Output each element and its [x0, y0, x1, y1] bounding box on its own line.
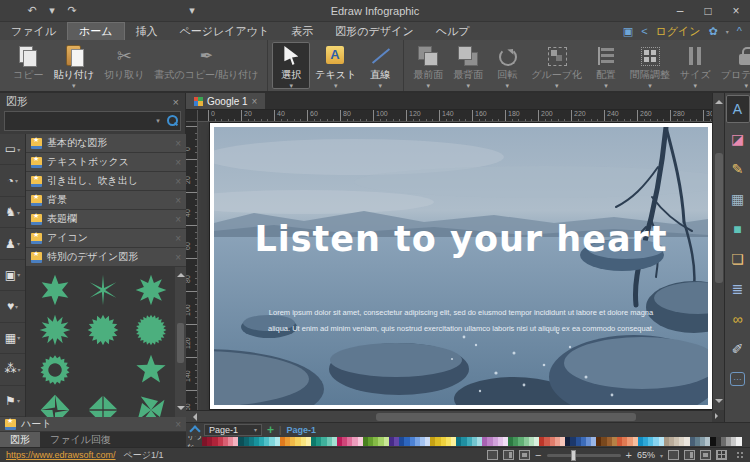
- category-close-icon[interactable]: ×: [175, 157, 181, 168]
- settings-gear-icon[interactable]: ✿: [709, 25, 718, 38]
- shape-category-row[interactable]: 基本的な図形 ×: [26, 134, 186, 153]
- undo-icon[interactable]: ↶: [25, 4, 39, 18]
- scroll-down-icon[interactable]: [177, 406, 185, 414]
- ribbon-button[interactable]: 貼り付け ▾: [48, 42, 98, 89]
- ribbon-button[interactable]: 最背面 ▾: [448, 42, 488, 89]
- color-swatch[interactable]: [736, 437, 741, 446]
- shape-thumbnail-star-6[interactable]: [32, 271, 78, 309]
- canvas-background[interactable]: Listen to your heart Lorem ipsum dolor s…: [198, 122, 712, 410]
- shape-thumbnail-crescent[interactable]: [80, 351, 126, 389]
- shape-thumbnail-pinwheel-diamond[interactable]: [32, 391, 78, 417]
- open-file-icon[interactable]: [105, 4, 119, 18]
- hyperlink-panel[interactable]: ∞: [726, 305, 750, 333]
- print-icon[interactable]: [145, 4, 159, 18]
- tab-close-icon[interactable]: ×: [252, 96, 258, 107]
- shape-thumbnail-gear[interactable]: [32, 351, 78, 389]
- shape-grid-scrollbar[interactable]: [175, 267, 186, 417]
- new-document-icon[interactable]: [85, 4, 99, 18]
- undo-dropdown-icon[interactable]: ▾: [45, 4, 59, 18]
- ribbon-button[interactable]: 配置 ▾: [587, 42, 625, 89]
- category-close-icon[interactable]: ×: [175, 138, 181, 149]
- clipboard-icon[interactable]: [165, 4, 179, 18]
- ribbon-button[interactable]: グループ化 ▾: [526, 42, 587, 89]
- normal-view-icon[interactable]: [487, 450, 498, 460]
- layers-panel[interactable]: ❏: [726, 245, 750, 273]
- menu-tab[interactable]: 図形のデザイン: [324, 22, 424, 40]
- pie-chart-icon[interactable]: ◔▾: [0, 165, 25, 196]
- shape-thumbnail-seal-24[interactable]: [128, 311, 174, 349]
- scroll-up-icon[interactable]: [177, 269, 185, 277]
- grid-toggle-icon[interactable]: [716, 450, 727, 460]
- panel-close-icon[interactable]: ×: [173, 96, 179, 108]
- search-icon[interactable]: [164, 113, 180, 129]
- zoom-slider[interactable]: [547, 454, 621, 457]
- shape-search-input[interactable]: [5, 115, 152, 127]
- ribbon-button[interactable]: テキスト ▾: [310, 42, 361, 89]
- zoom-in-button[interactable]: +: [626, 449, 632, 461]
- zoom-region-icon[interactable]: [700, 450, 711, 460]
- artwork-body-text[interactable]: Lorem ipsum dolor sit amet, consectetur …: [258, 305, 663, 337]
- person-icon[interactable]: ♟▾: [0, 228, 25, 259]
- ribbon-button[interactable]: 切り取り ▾: [99, 42, 149, 89]
- resize-grip[interactable]: [736, 451, 744, 459]
- quickbar-customize-icon[interactable]: ▾: [185, 4, 199, 18]
- zoom-level[interactable]: 65%: [637, 450, 655, 460]
- vertical-scrollbar[interactable]: [712, 93, 724, 410]
- ribbon-button[interactable]: サイズ ▾: [675, 42, 716, 89]
- color-fill[interactable]: ■: [726, 215, 750, 243]
- menu-tab[interactable]: 表示: [280, 22, 324, 40]
- font-panel[interactable]: A: [726, 95, 750, 123]
- zoom-dropdown-icon[interactable]: ▾: [660, 452, 663, 459]
- category-close-icon[interactable]: ×: [175, 176, 181, 187]
- zoom-slider-handle[interactable]: [571, 450, 576, 461]
- category-close-icon[interactable]: ×: [175, 233, 181, 244]
- ribbon-button[interactable]: プロテクト ▾: [716, 42, 750, 89]
- shape-thumbnail-pinwheel[interactable]: [128, 391, 174, 417]
- edrawsoft-link[interactable]: https://www.edrawsoft.com/: [6, 450, 116, 460]
- search-dropdown-icon[interactable]: ▾: [152, 117, 164, 125]
- app-logo-icon[interactable]: [5, 4, 19, 18]
- shape-thumbnail-burst-12[interactable]: [32, 311, 78, 349]
- basic-shapes-icon[interactable]: ▭▾: [0, 134, 25, 165]
- menu-tab[interactable]: 挿入: [125, 22, 169, 40]
- menu-tab[interactable]: ページレイアウト: [169, 22, 281, 40]
- category-close-icon[interactable]: ×: [175, 252, 181, 263]
- camera-icon[interactable]: ▣▾: [0, 260, 25, 291]
- heart-badge-icon[interactable]: ♥▾: [0, 291, 25, 322]
- share-icon[interactable]: <: [641, 25, 647, 37]
- shape-thumbnail-star-8[interactable]: [128, 271, 174, 309]
- menu-tab[interactable]: ヘルプ: [425, 22, 481, 40]
- shape-category-row[interactable]: 背景 ×: [26, 191, 186, 210]
- page-selector[interactable]: Page-1 ▾: [204, 424, 262, 436]
- category-close-icon[interactable]: ×: [175, 214, 181, 225]
- fit-page-icon[interactable]: [668, 450, 679, 460]
- ribbon-button[interactable]: 間隔調整 ▾: [625, 42, 675, 89]
- notes-panel[interactable]: ≣: [726, 275, 750, 303]
- infographic-photo[interactable]: Listen to your heart Lorem ipsum dolor s…: [214, 127, 708, 405]
- close-button[interactable]: ×: [722, 0, 750, 21]
- shape-category-row[interactable]: 引き出し、吹き出し ×: [26, 172, 186, 191]
- shape-thumbnail-star-5[interactable]: [128, 351, 174, 389]
- shape-category-row[interactable]: 特別のデザイン図形 ×: [26, 248, 186, 267]
- left-panel-tab[interactable]: 図形: [0, 432, 40, 447]
- pen-edit[interactable]: ✎: [726, 155, 750, 183]
- shape-category-row[interactable]: テキストボックス ×: [26, 153, 186, 172]
- shape-category-row[interactable]: アイコン ×: [26, 229, 186, 248]
- drawing-page[interactable]: Listen to your heart Lorem ipsum dolor s…: [210, 123, 712, 409]
- ribbon-button[interactable]: 書式のコピー/貼り付け ▾: [149, 42, 263, 89]
- memo-panel[interactable]: ✐: [726, 335, 750, 363]
- ribbon-button[interactable]: コピー ▾: [8, 42, 48, 89]
- settings-dropdown-icon[interactable]: ▾: [726, 28, 729, 35]
- shape-thumbnail-cross-diamond[interactable]: [80, 391, 126, 417]
- category-close-icon[interactable]: ×: [175, 195, 181, 206]
- scroll-left-icon[interactable]: [189, 413, 197, 421]
- ribbon-button[interactable]: 回転 ▾: [488, 42, 526, 89]
- picture-chart-icon[interactable]: ▦▾: [0, 323, 25, 354]
- presentation-view-icon[interactable]: [519, 450, 530, 460]
- login-button[interactable]: ログイン: [656, 24, 701, 39]
- ribbon-button[interactable]: 選択 ▾: [272, 42, 310, 89]
- vase-icon[interactable]: ⚑▾: [0, 386, 25, 417]
- style-eraser[interactable]: ◪: [726, 125, 750, 153]
- document-tab[interactable]: Google 1 ×: [186, 93, 265, 109]
- zoom-out-button[interactable]: −: [535, 449, 541, 461]
